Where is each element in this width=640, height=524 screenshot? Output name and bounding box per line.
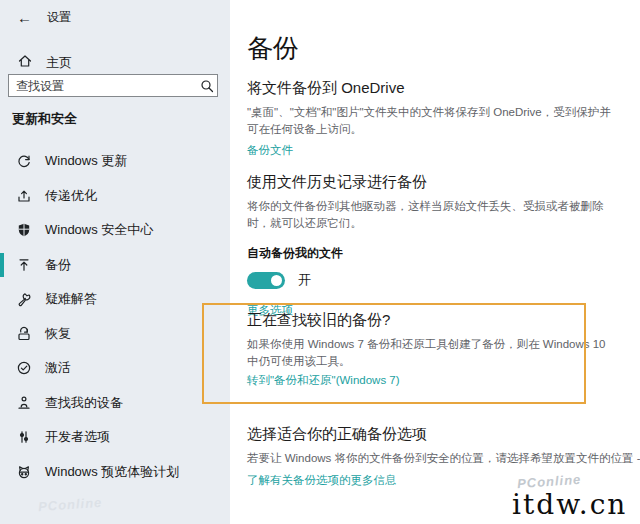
backup-options-description: 若要让 Windows 将你的文件备份到安全的位置，请选择希望放置文件的位置 -…	[247, 450, 640, 467]
older-backups-heading: 正在查找较旧的备份?	[247, 310, 627, 330]
auto-backup-toggle-row: 开	[247, 271, 627, 289]
sidebar-item-activation[interactable]: 激活	[0, 351, 230, 386]
sidebar-item-windows-security[interactable]: Windows 安全中心	[0, 213, 230, 248]
sidebar-item-recovery[interactable]: 恢复	[0, 317, 230, 352]
titlebar: ← 设置	[0, 0, 230, 26]
sidebar-item-windows-update[interactable]: Windows 更新	[0, 144, 230, 179]
toggle-state-label: 开	[298, 271, 311, 289]
upload-icon	[15, 256, 32, 273]
file-history-description: 将你的文件备份到其他驱动器，这样当原始文件丢失、受损或者被删除 时，就可以还原它…	[247, 198, 627, 232]
category-header: 更新和安全	[12, 110, 77, 128]
find-device-icon	[15, 394, 32, 411]
sync-icon	[15, 153, 32, 170]
toggle-knob	[271, 275, 282, 286]
sidebar-item-windows-insider[interactable]: Windows 预览体验计划	[0, 455, 230, 490]
page-title: 备份	[247, 31, 299, 66]
auto-backup-toggle[interactable]	[247, 272, 285, 289]
sidebar-item-find-my-device[interactable]: 查找我的设备	[0, 386, 230, 421]
section-file-history: 使用文件历史记录进行备份 将你的文件备份到其他驱动器，这样当原始文件丢失、受损或…	[247, 172, 627, 318]
insider-icon	[15, 463, 32, 480]
section-older-backups: 正在查找较旧的备份? 如果你使用 Windows 7 备份和还原工具创建了备份，…	[247, 310, 627, 388]
backup-options-heading: 选择适合你的正确备份选项	[247, 424, 627, 444]
onedrive-description: "桌面"、"文档"和"图片"文件夹中的文件将保存到 OneDrive，受到保护并…	[247, 104, 627, 138]
delivery-icon	[15, 187, 32, 204]
watermark-site: itdw.cn	[512, 488, 627, 521]
search-box	[8, 74, 218, 97]
activation-icon	[15, 360, 32, 377]
recovery-icon	[15, 325, 32, 342]
settings-sidebar: ← 设置 主页 更新和安全 Windows 更新 传递优化	[0, 0, 230, 524]
section-onedrive-backup: 将文件备份到 OneDrive "桌面"、"文档"和"图片"文件夹中的文件将保存…	[247, 78, 627, 158]
search-input[interactable]	[9, 75, 197, 96]
developer-icon	[15, 429, 32, 446]
file-history-heading: 使用文件历史记录进行备份	[247, 172, 627, 192]
backup-restore-win7-link[interactable]: 转到"备份和还原"(Windows 7)	[247, 373, 400, 388]
back-arrow-icon[interactable]: ←	[17, 11, 32, 25]
backup-settings-page: 备份 将文件备份到 OneDrive "桌面"、"文档"和"图片"文件夹中的文件…	[230, 0, 640, 524]
sidebar-item-backup[interactable]: 备份	[0, 248, 230, 283]
home-label: 主页	[46, 54, 72, 72]
app-title: 设置	[47, 9, 71, 26]
shield-icon	[15, 222, 32, 239]
sidebar-item-home[interactable]: 主页	[17, 53, 230, 73]
backup-files-link[interactable]: 备份文件	[247, 143, 293, 158]
sidebar-item-troubleshoot[interactable]: 疑难解答	[0, 282, 230, 317]
sidebar-item-delivery-optimization[interactable]: 传递优化	[0, 179, 230, 214]
wrench-icon	[15, 291, 32, 308]
older-backups-description: 如果你使用 Windows 7 备份和还原工具创建了备份，则在 Windows …	[247, 336, 627, 370]
auto-backup-label: 自动备份我的文件	[247, 245, 627, 262]
learn-more-link[interactable]: 了解有关备份选项的更多信息	[247, 473, 397, 488]
search-icon[interactable]	[197, 79, 217, 93]
home-icon	[17, 53, 33, 73]
onedrive-heading: 将文件备份到 OneDrive	[247, 78, 627, 98]
sidebar-item-for-developers[interactable]: 开发者选项	[0, 420, 230, 455]
sidebar-nav: Windows 更新 传递优化 Windows 安全中心 备份 疑难解答	[0, 144, 230, 489]
